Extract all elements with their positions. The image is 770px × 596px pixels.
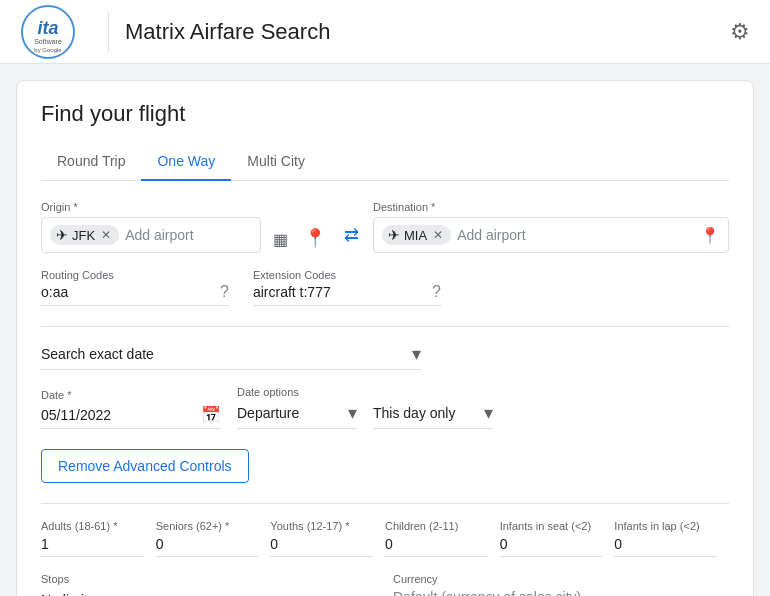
section-divider-1 <box>41 326 729 327</box>
svg-text:by Google: by Google <box>34 47 62 53</box>
stops-currency-row: Stops No limit ▾ Currency Default (curre… <box>41 573 729 596</box>
date-label: Date * <box>41 389 221 401</box>
origin-field-group: Origin * ✈ JFK ✕ Add airport <box>41 201 261 253</box>
destination-input-wrap[interactable]: ✈ MIA ✕ Add airport 📍 <box>373 217 729 253</box>
extension-codes-field: Extension Codes ? <box>253 269 441 306</box>
calendar-icon[interactable]: ▦ <box>269 226 292 253</box>
tab-one-way[interactable]: One Way <box>141 143 231 181</box>
date-options-row: Date * 📅 Date options Departure ▾ This d… <box>41 386 729 429</box>
routing-codes-label: Routing Codes <box>41 269 229 281</box>
infants-lap-input[interactable] <box>614 536 717 552</box>
routing-row: Routing Codes ? Extension Codes ? <box>41 269 729 306</box>
origin-chip[interactable]: ✈ JFK ✕ <box>50 225 119 245</box>
routing-help-icon[interactable]: ? <box>220 283 229 301</box>
tab-multi-city[interactable]: Multi City <box>231 143 321 181</box>
passengers-row: Adults (18-61) * Seniors (62+) * Youths … <box>41 520 729 557</box>
search-type-arrow-icon: ▾ <box>412 343 421 365</box>
youths-input[interactable] <box>270 536 373 552</box>
day-options-field: This day only ▾ <box>373 386 493 429</box>
app-header: ita Software by Google Matrix Airfare Se… <box>0 0 770 64</box>
infants-seat-field: Infants in seat (<2) <box>500 520 615 557</box>
stops-label: Stops <box>41 573 377 585</box>
map-pin-icon[interactable]: 📍 <box>300 223 330 253</box>
destination-chip[interactable]: ✈ MIA ✕ <box>382 225 451 245</box>
children-input[interactable] <box>385 536 488 552</box>
svg-text:Software: Software <box>34 38 62 45</box>
date-field: Date * 📅 <box>41 389 221 429</box>
adults-input-wrap <box>41 536 144 557</box>
origin-plane-icon: ✈ <box>56 227 68 243</box>
date-options-dropdown[interactable]: Departure ▾ <box>237 402 357 429</box>
date-input[interactable] <box>41 407 201 423</box>
destination-plane-icon: ✈ <box>388 227 400 243</box>
header-divider <box>108 12 109 52</box>
children-label: Children (2-11) <box>385 520 488 532</box>
stops-dropdown[interactable]: No limit ▾ <box>41 589 377 596</box>
stops-arrow-icon: ▾ <box>368 589 377 596</box>
seniors-input-wrap <box>156 536 259 557</box>
ita-logo: ita Software by Google <box>20 4 76 60</box>
origin-input-wrap[interactable]: ✈ JFK ✕ Add airport <box>41 217 261 253</box>
main-card: Find your flight Round Trip One Way Mult… <box>16 80 754 596</box>
stops-value: No limit <box>41 592 368 596</box>
day-options-dropdown[interactable]: This day only ▾ <box>373 402 493 429</box>
infants-lap-label: Infants in lap (<2) <box>614 520 717 532</box>
destination-remove-icon[interactable]: ✕ <box>433 228 443 242</box>
day-options-value: This day only <box>373 405 484 421</box>
extension-input-wrap: ? <box>253 283 441 306</box>
day-options-label <box>373 386 493 398</box>
routing-input-wrap: ? <box>41 283 229 306</box>
youths-label: Youths (12-17) * <box>270 520 373 532</box>
day-options-arrow-icon: ▾ <box>484 402 493 424</box>
youths-field: Youths (12-17) * <box>270 520 385 557</box>
seniors-input[interactable] <box>156 536 259 552</box>
adults-input[interactable] <box>41 536 144 552</box>
stops-field: Stops No limit ▾ <box>41 573 377 596</box>
svg-text:ita: ita <box>37 18 58 38</box>
origin-chip-code: JFK <box>72 228 95 243</box>
date-input-wrap: 📅 <box>41 405 221 429</box>
remove-advanced-controls-button[interactable]: Remove Advanced Controls <box>41 449 249 483</box>
destination-pin-icon[interactable]: 📍 <box>700 226 720 245</box>
destination-chip-code: MIA <box>404 228 427 243</box>
date-options-field: Date options Departure ▾ <box>237 386 357 429</box>
date-options-value: Departure <box>237 405 348 421</box>
extension-codes-label: Extension Codes <box>253 269 441 281</box>
destination-placeholder: Add airport <box>457 227 525 243</box>
extension-codes-input[interactable] <box>253 284 428 300</box>
destination-field-group: Destination * ✈ MIA ✕ Add airport 📍 <box>373 201 729 253</box>
routing-codes-input[interactable] <box>41 284 216 300</box>
seniors-label: Seniors (62+) * <box>156 520 259 532</box>
airport-row: Origin * ✈ JFK ✕ Add airport ▦ 📍 ⇄ Desti… <box>41 201 729 253</box>
calendar-picker-icon[interactable]: 📅 <box>201 405 221 424</box>
currency-label: Currency <box>393 573 729 585</box>
settings-icon[interactable]: ⚙ <box>730 19 750 45</box>
currency-value: Default (currency of sales city) <box>393 589 729 596</box>
header-title: Matrix Airfare Search <box>125 19 730 45</box>
origin-placeholder: Add airport <box>125 227 193 243</box>
search-type-dropdown[interactable]: Search exact date ▾ <box>41 343 421 370</box>
swap-airports-button[interactable]: ⇄ <box>338 220 365 250</box>
infants-seat-label: Infants in seat (<2) <box>500 520 603 532</box>
destination-label: Destination * <box>373 201 729 213</box>
routing-codes-field: Routing Codes ? <box>41 269 229 306</box>
page-title: Find your flight <box>41 101 729 127</box>
trip-type-tabs: Round Trip One Way Multi City <box>41 143 729 181</box>
date-options-label: Date options <box>237 386 357 398</box>
search-type-value: Search exact date <box>41 346 412 362</box>
adults-field: Adults (18-61) * <box>41 520 156 557</box>
passengers-section: Adults (18-61) * Seniors (62+) * Youths … <box>41 503 729 596</box>
infants-seat-input-wrap <box>500 536 603 557</box>
date-options-arrow-icon: ▾ <box>348 402 357 424</box>
logo-area: ita Software by Google <box>20 4 76 60</box>
infants-lap-field: Infants in lap (<2) <box>614 520 729 557</box>
adults-label: Adults (18-61) * <box>41 520 144 532</box>
origin-label: Origin * <box>41 201 261 213</box>
infants-lap-input-wrap <box>614 536 717 557</box>
extension-help-icon[interactable]: ? <box>432 283 441 301</box>
tab-round-trip[interactable]: Round Trip <box>41 143 141 181</box>
infants-seat-input[interactable] <box>500 536 603 552</box>
youths-input-wrap <box>270 536 373 557</box>
origin-remove-icon[interactable]: ✕ <box>101 228 111 242</box>
children-field: Children (2-11) <box>385 520 500 557</box>
